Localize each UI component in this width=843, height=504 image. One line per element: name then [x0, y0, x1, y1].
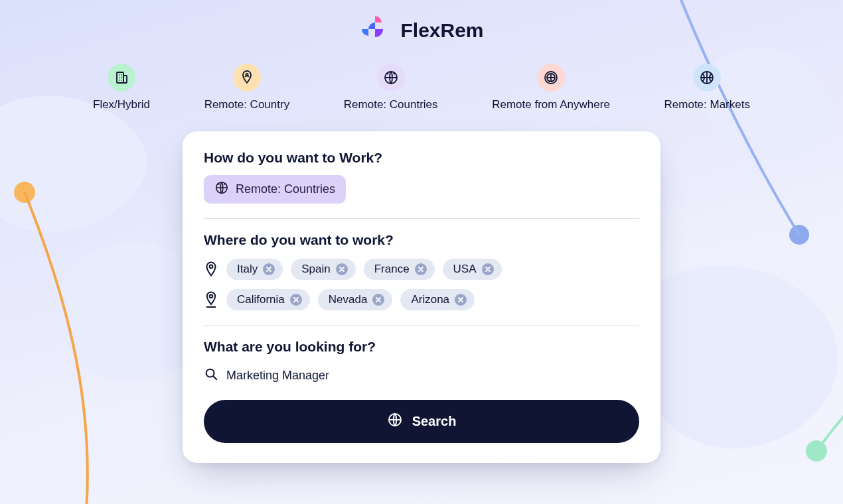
category-label: Remote from Anywhere: [492, 98, 610, 111]
category-remote-anywhere[interactable]: Remote from Anywhere: [492, 64, 610, 111]
region-tag[interactable]: Arizona: [400, 289, 475, 310]
svg-point-7: [386, 73, 388, 75]
search-button[interactable]: Search: [204, 400, 639, 443]
remove-tag-icon[interactable]: [372, 294, 384, 306]
remove-tag-icon[interactable]: [415, 263, 427, 275]
country-tag[interactable]: Italy: [226, 259, 283, 280]
category-remote-countries[interactable]: Remote: Countries: [344, 64, 438, 111]
country-tag[interactable]: France: [364, 259, 435, 280]
category-row: Flex/Hybrid Remote: Country Remote: Coun…: [0, 46, 843, 111]
globe-pins-icon: [214, 180, 229, 198]
remove-tag-icon[interactable]: [290, 294, 302, 306]
svg-point-1: [789, 225, 809, 245]
svg-point-2: [806, 440, 827, 462]
search-icon: [204, 367, 218, 384]
brand-logo-icon: [359, 15, 391, 46]
selected-mode-pill[interactable]: Remote: Countries: [204, 175, 346, 204]
how-title: How do you want to Work?: [204, 150, 639, 166]
pin-underline-icon: [204, 291, 218, 308]
svg-point-15: [210, 265, 213, 269]
category-flex-hybrid[interactable]: Flex/Hybrid: [93, 64, 150, 111]
svg-point-16: [210, 294, 213, 298]
globe-icon: [387, 412, 403, 431]
tag-label: Spain: [301, 263, 330, 276]
category-label: Remote: Countries: [344, 98, 438, 111]
search-button-label: Search: [412, 414, 457, 429]
category-label: Flex/Hybrid: [93, 98, 150, 111]
tag-label: USA: [453, 263, 477, 276]
svg-rect-3: [117, 72, 123, 83]
country-tag-row: Italy Spain France USA: [204, 259, 639, 280]
remove-tag-icon[interactable]: [263, 263, 275, 275]
divider: [204, 325, 639, 326]
category-label: Remote: Markets: [664, 98, 750, 111]
category-remote-markets[interactable]: Remote: Markets: [664, 64, 750, 111]
pin-person-icon: [233, 64, 261, 92]
remove-tag-icon[interactable]: [482, 263, 494, 275]
svg-point-8: [393, 73, 395, 75]
globe-pins-icon: [377, 64, 405, 92]
query-row: [204, 364, 639, 391]
brand-name: FlexRem: [400, 19, 483, 42]
region-tag-row: California Nevada Arizona: [204, 289, 639, 310]
globe-solid-icon: [537, 64, 565, 92]
category-label: Remote: Country: [204, 98, 290, 111]
tag-label: Italy: [237, 263, 258, 276]
tag-label: California: [237, 293, 285, 306]
svg-point-13: [218, 183, 220, 185]
divider: [204, 218, 639, 219]
country-tag[interactable]: USA: [443, 259, 502, 280]
search-card: How do you want to Work? Remote: Countri…: [183, 131, 660, 463]
region-tag[interactable]: California: [226, 289, 310, 310]
remove-tag-icon[interactable]: [336, 263, 348, 275]
region-tag[interactable]: Nevada: [318, 289, 393, 310]
what-title: What are you looking for?: [204, 339, 639, 355]
where-title: Where do you want to work?: [204, 232, 639, 248]
country-tag[interactable]: Spain: [291, 259, 355, 280]
brand-header: FlexRem: [0, 0, 843, 46]
category-remote-country[interactable]: Remote: Country: [204, 64, 290, 111]
svg-line-19: [213, 376, 216, 379]
tag-label: France: [374, 263, 410, 276]
tag-label: Nevada: [329, 293, 368, 306]
building-icon: [108, 64, 135, 92]
selected-mode-label: Remote: Countries: [236, 182, 335, 196]
remove-tag-icon[interactable]: [455, 294, 467, 306]
pin-icon: [204, 261, 218, 278]
basketball-icon: [693, 64, 721, 92]
query-input[interactable]: [226, 369, 639, 383]
svg-rect-4: [123, 76, 127, 83]
tag-label: Arizona: [411, 293, 449, 306]
svg-point-0: [14, 182, 35, 203]
svg-point-14: [224, 183, 226, 185]
